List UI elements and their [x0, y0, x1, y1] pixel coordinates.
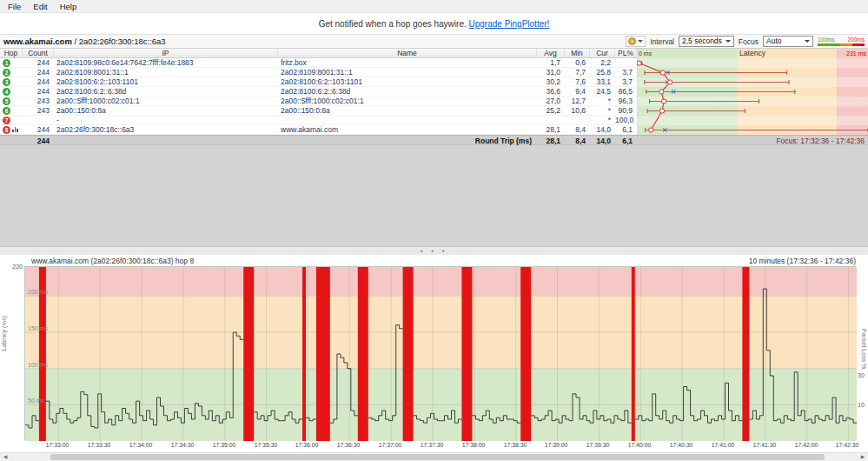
cur-cell: 14,0	[590, 125, 615, 135]
x-tick-label: 17:38:30	[498, 442, 533, 448]
pl-cell	[615, 58, 637, 68]
focus-select[interactable]: Auto	[763, 36, 813, 47]
upgrade-link[interactable]: Upgrade PingPlotter!	[469, 19, 550, 29]
timer-button[interactable]	[626, 36, 646, 47]
packet-loss-tick-label: 30	[858, 372, 868, 378]
menu-edit[interactable]: Edit	[27, 1, 53, 12]
cur-cell: 24,5	[590, 87, 615, 97]
header-cur[interactable]: Cur	[590, 49, 615, 58]
avg-cell: 36,6	[537, 87, 565, 97]
avg-cell: 25,2	[537, 106, 565, 116]
cur-cell: 33,1	[590, 77, 615, 87]
name-cell: 2a00::5fff:1000:c02:c01:1	[278, 97, 537, 106]
horizontal-scrollbar[interactable]: ◀ ▶	[0, 452, 868, 461]
x-tick-label: 17:37:30	[414, 442, 449, 448]
panel-splitter[interactable]: ● ● ●	[0, 246, 868, 255]
min-cell: 7,7	[565, 68, 590, 77]
ip-cell: -	[54, 116, 278, 125]
target-address: www.akamai.com / 2a02:26f0:300:18c::6a3	[3, 37, 166, 46]
x-tick-label: 17:37:00	[373, 442, 407, 448]
count-cell: 243	[23, 106, 54, 116]
header-latency[interactable]: 0 ms Latency 231 ms	[637, 49, 868, 58]
x-tick-label: 17:39:30	[580, 442, 615, 448]
cur-cell: 2,2	[590, 58, 615, 68]
x-tick-label: 17:35:00	[207, 442, 242, 448]
min-cell: 0,6	[565, 58, 590, 68]
latency-legend: 100ms 200ms	[818, 37, 865, 46]
notice-text: Get notified when a hop goes haywire.	[319, 19, 467, 29]
scrollbar-thumb[interactable]	[50, 454, 825, 460]
chart-range: 10 minutes (17:32:36 - 17:42:36)	[749, 257, 856, 265]
x-tick-label: 17:36:30	[331, 442, 366, 448]
pl-cell: 90,9	[615, 106, 637, 116]
avg-cell	[537, 116, 565, 125]
header-avg[interactable]: Avg	[537, 49, 565, 58]
packet-loss-tick-label: 10	[858, 402, 868, 408]
menu-bar: File Edit Help	[0, 0, 868, 13]
header-ip[interactable]: IP	[54, 49, 278, 58]
timeline-plot[interactable]: 200 ms150 ms100 ms50 ms	[24, 266, 856, 440]
svg-text:100 ms: 100 ms	[28, 362, 48, 368]
name-cell: www.akamai.com	[278, 125, 537, 135]
hop-badge: 7	[3, 117, 10, 124]
timer-icon	[628, 37, 636, 45]
menu-help[interactable]: Help	[54, 1, 83, 12]
pingplotter-window: { "menu": { "items": ["File", "Edit", "H…	[0, 0, 868, 461]
hop-cell: 5	[0, 97, 23, 106]
menu-file[interactable]: File	[2, 1, 27, 12]
x-tick-label: 17:42:30	[830, 442, 865, 448]
avg-cell: 1,7	[537, 58, 565, 68]
latency-title: Latency	[739, 49, 765, 57]
x-tick-label: 17:35:30	[248, 442, 283, 448]
latency-whisker-graph[interactable]	[637, 58, 868, 135]
latency-scale-min: 0 ms	[639, 49, 652, 58]
pl-cell: 3,7	[615, 77, 637, 87]
hop-cell: 4	[0, 87, 23, 97]
hop-graph-icon	[12, 126, 18, 132]
ip-cell: 2a02:8109:98c0:6e14:7642:7fff:fe4e:1883	[54, 58, 278, 68]
latency-scale-max: 231 ms	[846, 49, 866, 58]
empty-panel	[0, 145, 868, 246]
count-cell: 244	[23, 125, 54, 135]
hop-cell: 2	[0, 68, 23, 77]
pl-cell: 6,1	[615, 125, 637, 135]
hop-badge: 3	[3, 78, 10, 86]
min-cell: 12,7	[565, 97, 590, 106]
name-cell	[278, 116, 537, 125]
pl-cell: 86,5	[615, 87, 637, 97]
header-count[interactable]: Count	[23, 49, 54, 58]
x-tick-label: 17:41:00	[706, 442, 740, 448]
scroll-left-arrow[interactable]: ◀	[0, 453, 10, 461]
svg-text:200 ms: 200 ms	[28, 289, 48, 295]
x-tick-label: 17:36:00	[289, 442, 324, 448]
x-tick-label: 17:40:00	[622, 442, 657, 448]
hop-cell: 6	[0, 106, 23, 116]
scroll-right-arrow[interactable]: ▶	[858, 453, 868, 461]
header-pl[interactable]: PL%	[615, 49, 637, 58]
chart-title: www.akamai.com (2a02:26f0:300:18c::6a3) …	[31, 257, 194, 265]
x-tick-label: 17:34:30	[165, 442, 200, 448]
hop-cell: 8	[0, 125, 23, 135]
interval-select[interactable]: 2,5 seconds	[679, 36, 734, 47]
header-min[interactable]: Min	[565, 49, 590, 58]
timeline-chart-panel: www.akamai.com (2a02:26f0:300:18c::6a3) …	[0, 255, 868, 452]
header-name[interactable]: Name	[278, 49, 537, 58]
x-tick-label: 17:41:30	[747, 442, 782, 448]
x-axis-labels: 17:33:0017:33:3017:34:0017:34:3017:35:00…	[0, 442, 868, 451]
timeline-svg: 200 ms150 ms100 ms50 ms	[25, 267, 857, 441]
min-cell: 10,6	[565, 106, 590, 116]
pl-cell: 96,3	[615, 97, 637, 106]
min-cell: 8,4	[565, 125, 590, 135]
count-cell: 244	[23, 77, 54, 87]
x-tick-label: 17:40:30	[664, 442, 699, 448]
cur-cell: *	[590, 116, 615, 125]
round-trip-row: 244 Round Trip (ms) 28,1 8,4 14,0 6,1 Fo…	[0, 135, 868, 145]
pl-cell: 100,0	[615, 116, 637, 125]
focus-label: Focus	[739, 37, 759, 46]
ip-cell: 2a02:8100:6:2::6:38d	[54, 87, 278, 97]
header-hop[interactable]: Hop	[0, 49, 23, 58]
avg-cell: 30,2	[537, 77, 565, 87]
legend-100ms: 100ms	[818, 37, 835, 43]
ip-cell: 2a00::150:0:8a	[54, 106, 278, 116]
packet-loss-axis-title: Packet Loss %	[861, 329, 867, 369]
